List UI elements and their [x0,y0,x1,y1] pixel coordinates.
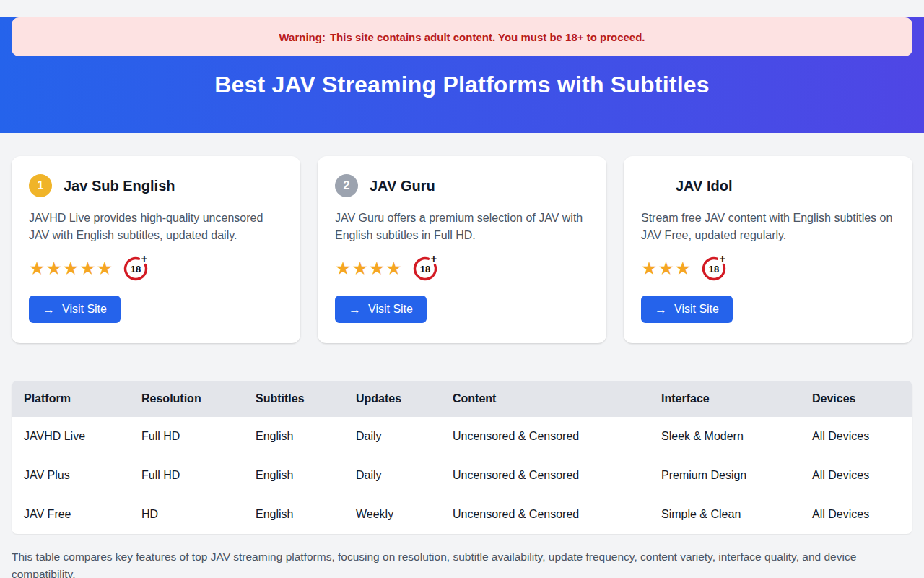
cell-platform: JAVHD Live [12,417,129,456]
table-header-row: Platform Resolution Subtitles Updates Co… [12,381,912,417]
platform-card-jav-sub-english: 1 Jav Sub English JAVHD Live provides hi… [12,156,300,343]
table-row: JAV Plus Full HD English Daily Uncensore… [12,456,912,495]
cell-content: Uncensored & Censored [440,495,649,534]
rating-row: ★★★ 18 + [641,254,895,282]
visit-site-button[interactable]: → Visit Site [29,296,121,323]
warning-text: This site contains adult content. You mu… [330,31,645,43]
star-rating-icon: ★★★★ [335,259,403,277]
rank-2-badge: 2 [335,174,358,197]
column-header-subtitles: Subtitles [243,381,344,417]
age-18-label: 18 [419,264,430,275]
warning-label: Warning: [279,31,325,43]
cell-resolution: HD [129,495,243,534]
visit-site-label: Visit Site [674,303,719,316]
page-title: Best JAV Streaming Platforms with Subtit… [0,72,924,98]
column-header-interface: Interface [649,381,800,417]
visit-site-button[interactable]: → Visit Site [335,296,427,323]
visit-site-label: Visit Site [62,303,107,316]
cell-devices: All Devices [800,417,912,456]
platform-card-jav-idol: JAV Idol Stream free JAV content with En… [624,156,912,343]
age-18-label: 18 [131,264,141,275]
platform-title: Jav Sub English [64,178,175,194]
cell-subtitles: English [243,456,344,495]
table-row: JAVHD Live Full HD English Daily Uncenso… [12,417,912,456]
arrow-right-icon: → [655,303,667,316]
visit-site-button[interactable]: → Visit Site [641,296,733,323]
platform-title: JAV Guru [370,178,435,194]
cell-updates: Weekly [344,495,440,534]
age-plus-label: + [141,254,148,264]
star-rating-icon: ★★★ [641,259,692,277]
age-plus-label: + [430,254,437,264]
18-plus-icon: 18 + [700,254,728,282]
hero-header: Warning: This site contains adult conten… [0,17,924,133]
18-plus-icon: 18 + [122,254,149,282]
column-header-devices: Devices [800,381,912,417]
cell-updates: Daily [344,417,440,456]
column-header-platform: Platform [12,381,129,417]
cell-content: Uncensored & Censored [440,417,649,456]
arrow-right-icon: → [43,303,55,316]
visit-site-label: Visit Site [368,303,413,316]
rating-row: ★★★★★ 18 + [29,254,283,282]
column-header-updates: Updates [344,381,440,417]
cell-interface: Premium Design [649,456,800,495]
platform-description: Stream free JAV content with English sub… [641,210,895,244]
platform-card-jav-guru: 2 JAV Guru JAV Guru offers a premium sel… [318,156,606,343]
platform-description: JAVHD Live provides high-quality uncenso… [29,210,283,244]
cell-updates: Daily [344,456,440,495]
platform-cards-row: 1 Jav Sub English JAVHD Live provides hi… [0,133,924,343]
cell-platform: JAV Free [12,495,129,534]
column-header-resolution: Resolution [129,381,243,417]
rating-row: ★★★★ 18 + [335,254,589,282]
cell-resolution: Full HD [129,417,243,456]
arrow-right-icon: → [349,303,361,316]
age-plus-label: + [720,254,726,264]
age-18-label: 18 [709,264,719,275]
comparison-table-container: Platform Resolution Subtitles Updates Co… [12,381,912,534]
comparison-table: Platform Resolution Subtitles Updates Co… [12,381,912,534]
platform-title: JAV Idol [676,178,733,194]
cell-interface: Sleek & Modern [649,417,800,456]
table-row: JAV Free HD English Weekly Uncensored & … [12,495,912,534]
cell-platform: JAV Plus [12,456,129,495]
cell-resolution: Full HD [129,456,243,495]
table-summary-note: This table compares key features of top … [12,548,901,578]
cell-devices: All Devices [800,456,912,495]
adult-warning-banner: Warning: This site contains adult conten… [12,17,912,56]
cell-devices: All Devices [800,495,912,534]
cell-content: Uncensored & Censored [440,456,649,495]
cell-subtitles: English [243,417,344,456]
star-rating-icon: ★★★★★ [29,259,113,277]
platform-description: JAV Guru offers a premium selection of J… [335,210,589,244]
cell-subtitles: English [243,495,344,534]
column-header-content: Content [440,381,649,417]
rank-1-badge: 1 [29,174,52,197]
18-plus-icon: 18 + [411,254,439,282]
cell-interface: Simple & Clean [649,495,800,534]
